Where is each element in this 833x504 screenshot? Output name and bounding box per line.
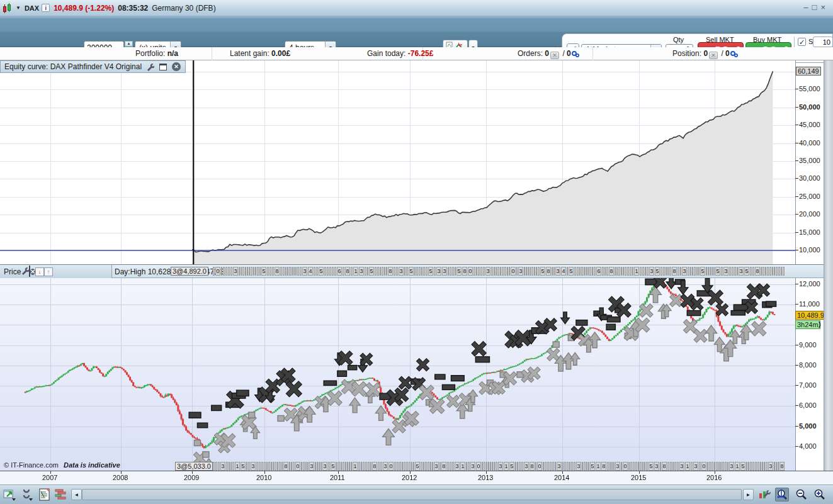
price-panel-header: Price ✕ ↓ ↑ Day:High 10,628.7 Low 10,471… <box>0 264 833 278</box>
bottom-toolbar: ◄ ► <box>0 484 833 504</box>
instrument-description: Germany 30 (DFB) <box>152 4 215 13</box>
window-title-bar: ▼ DAX i 10,489.9 (-1.22%) 08:35:32 Germa… <box>0 0 833 16</box>
equity-detach-button[interactable] <box>158 62 168 72</box>
close-position-icon[interactable]: ✕ <box>709 52 718 59</box>
axis-tick-label: 9,000 <box>795 341 817 349</box>
vertical-scrollbar[interactable] <box>824 60 833 484</box>
wrench-chart-icon <box>758 488 771 501</box>
latent-gain-status: Latent gain: 0.00£ <box>230 49 290 58</box>
axis-tick-label: 20,000 <box>795 210 820 218</box>
hscroll-right-arrow[interactable]: ► <box>743 489 754 500</box>
year-label: 2010 <box>256 474 271 481</box>
bar-countdown-label: 3h24m <box>795 320 820 329</box>
axis-tick-label: 6,000 <box>795 401 817 409</box>
market-depth-button[interactable] <box>54 488 67 501</box>
copyright-note: © IT-Finance.comData is indicative <box>4 461 120 469</box>
year-label: 2008 <box>113 474 128 481</box>
qty-label: Qty <box>673 36 684 43</box>
equity-panel-tab[interactable]: Equity curve: DAX Pathfinder V4 Original… <box>0 60 186 73</box>
equity-close-button[interactable]: ✕ <box>171 62 181 72</box>
sell-arrow-button[interactable]: ↓ <box>35 267 44 276</box>
trading-platform-window: ▼ DAX i 10,489.9 (-1.22%) 08:35:32 Germa… <box>0 0 833 504</box>
account-status-bar: Portfolio: n/a Latent gain: 0.00£ Gain t… <box>0 47 833 60</box>
axis-tick-label: 25,000 <box>795 193 820 200</box>
price-close-button[interactable]: ✕ <box>30 267 35 276</box>
axis-tick-label: 11,000 <box>795 300 820 308</box>
year-label: 2013 <box>478 474 493 481</box>
portfolio-status: Portfolio: n/a <box>135 49 178 58</box>
trade-ticket-label: 3@5,033.0 <box>175 462 213 471</box>
orders-gear-icon[interactable] <box>571 50 580 57</box>
clock-time: 08:35:32 <box>118 4 148 13</box>
equity-chart-canvas[interactable] <box>0 60 795 264</box>
zoom-fit-icon <box>776 488 788 501</box>
export-chart-button[interactable] <box>3 488 17 501</box>
maximize-button[interactable]: □ <box>812 3 821 12</box>
year-label: 2012 <box>402 474 417 481</box>
year-label: 2014 <box>554 474 569 481</box>
window-icon <box>159 64 167 70</box>
news-button[interactable] <box>38 488 52 501</box>
price-chart-panel: © IT-Finance.comData is indicative 3@5,0… <box>0 278 795 471</box>
price-chart-canvas[interactable] <box>0 278 795 471</box>
axis-tick-label: 12,000 <box>795 280 820 288</box>
trade-markers-strip-top: 0358345681358355335803035834568135835533… <box>213 267 790 276</box>
trade-markers-strip-bottom: 3153803351830538313031538033518305383130… <box>213 462 788 471</box>
close-button[interactable]: × <box>820 3 829 12</box>
price-panel-tab[interactable]: Price ✕ ↓ ↑ <box>0 265 112 278</box>
info-icon[interactable]: i <box>42 4 50 12</box>
position-gear-icon[interactable] <box>730 50 739 57</box>
stop-distance-input[interactable] <box>813 36 833 47</box>
cancel-orders-icon[interactable]: ✕ <box>550 52 559 59</box>
axis-tick-label: 35,000 <box>795 157 820 164</box>
time-x-axis[interactable]: 2007200820092010201120122013201420152016 <box>0 471 833 484</box>
current-price-label: 10,489.9 <box>795 311 826 320</box>
close-icon: ✕ <box>172 62 181 71</box>
buy-arrow-button[interactable]: ↑ <box>44 267 53 276</box>
year-label: 2007 <box>42 474 57 481</box>
equity-curve-panel: Equity curve: DAX Pathfinder V4 Original… <box>0 60 795 264</box>
zoom-out-button[interactable] <box>794 488 808 501</box>
zoom-out-icon <box>795 488 807 501</box>
axis-tick-label: 30,000 <box>795 174 820 182</box>
axis-tick-label: 8,000 <box>795 361 817 369</box>
instrument-price-change: 10,489.9 (-1.22%) <box>54 4 114 13</box>
instrument-candles-icon <box>3 3 12 13</box>
zoom-in-icon <box>813 488 825 501</box>
axis-tick-label: 4,000 <box>795 442 817 450</box>
main-toolbar: ▲▼ (x) units▼ 4 hours▼ ▼ ▶ Qty Sell MKT … <box>0 16 833 47</box>
magnet-mode-button[interactable] <box>21 488 35 501</box>
magnet-icon <box>21 488 34 501</box>
instrument-dropdown-caret-icon[interactable]: ▼ <box>16 5 21 11</box>
minimize-button[interactable]: – <box>803 3 812 12</box>
hscroll-track[interactable] <box>82 489 742 500</box>
gain-today-status: Gain today: -76.25£ <box>367 49 433 58</box>
stop-checkbox[interactable]: ✓ <box>798 38 806 46</box>
year-label: 2011 <box>330 474 345 481</box>
price-y-axis[interactable]: 12,00011,0009,0008,0007,0006,0005,0004,0… <box>795 278 823 471</box>
axis-tick-label: 55,000 <box>795 85 820 92</box>
axis-tick-label: 7,000 <box>795 381 817 389</box>
wrench-icon <box>21 267 29 275</box>
price-settings-button[interactable] <box>21 267 29 277</box>
instrument-symbol: DAX <box>25 4 39 12</box>
zoom-fit-button[interactable] <box>775 488 789 501</box>
close-icon: ✕ <box>30 269 35 275</box>
year-label: 2016 <box>706 474 722 481</box>
zoom-in-button[interactable] <box>812 488 826 501</box>
news-icon <box>39 488 50 501</box>
axis-tick-label: 40,000 <box>795 139 820 147</box>
equity-panel-title: Equity curve: DAX Pathfinder V4 Original <box>4 62 142 71</box>
year-label: 2009 <box>184 474 199 481</box>
position-status: Position: 0✕ / 0 <box>672 49 739 59</box>
axis-tick-label: 5,000 <box>795 422 817 430</box>
chart-settings-button[interactable] <box>757 488 771 501</box>
equity-y-axis[interactable]: 60,14955,00050,00045,00040,00035,00030,0… <box>795 60 823 264</box>
countdown-suffix: ) <box>819 320 821 328</box>
axis-tick-label: 15,000 <box>795 228 820 236</box>
equity-settings-button[interactable] <box>145 62 155 72</box>
axis-tick-label: 50,000 <box>795 103 820 111</box>
hscroll-left-arrow[interactable]: ◄ <box>71 489 82 500</box>
orders-status: Orders: 0✕ / 0 <box>518 49 580 59</box>
export-icon <box>3 488 17 501</box>
